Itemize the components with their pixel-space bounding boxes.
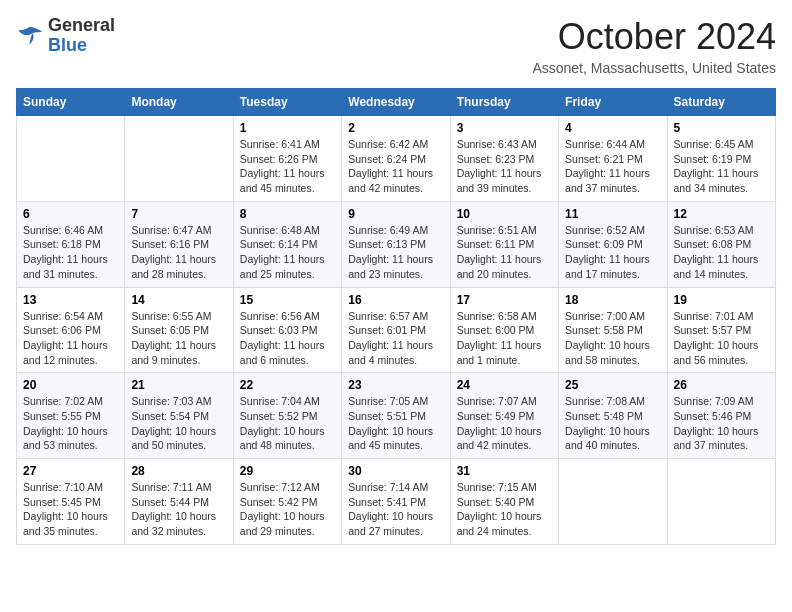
calendar-cell: 5Sunrise: 6:45 AM Sunset: 6:19 PM Daylig… [667,116,775,202]
day-number: 29 [240,464,335,478]
cell-info: Sunrise: 7:01 AM Sunset: 5:57 PM Dayligh… [674,309,769,368]
cell-info: Sunrise: 7:07 AM Sunset: 5:49 PM Dayligh… [457,394,552,453]
cell-info: Sunrise: 7:02 AM Sunset: 5:55 PM Dayligh… [23,394,118,453]
cell-info: Sunrise: 6:42 AM Sunset: 6:24 PM Dayligh… [348,137,443,196]
calendar-cell: 14Sunrise: 6:55 AM Sunset: 6:05 PM Dayli… [125,287,233,373]
calendar-cell: 6Sunrise: 6:46 AM Sunset: 6:18 PM Daylig… [17,201,125,287]
day-number: 16 [348,293,443,307]
calendar-cell [667,459,775,545]
col-header-friday: Friday [559,89,667,116]
cell-info: Sunrise: 7:00 AM Sunset: 5:58 PM Dayligh… [565,309,660,368]
calendar-cell: 19Sunrise: 7:01 AM Sunset: 5:57 PM Dayli… [667,287,775,373]
calendar-cell: 28Sunrise: 7:11 AM Sunset: 5:44 PM Dayli… [125,459,233,545]
calendar-cell: 15Sunrise: 6:56 AM Sunset: 6:03 PM Dayli… [233,287,341,373]
day-number: 31 [457,464,552,478]
calendar-cell: 7Sunrise: 6:47 AM Sunset: 6:16 PM Daylig… [125,201,233,287]
cell-info: Sunrise: 6:48 AM Sunset: 6:14 PM Dayligh… [240,223,335,282]
day-number: 4 [565,121,660,135]
cell-info: Sunrise: 6:46 AM Sunset: 6:18 PM Dayligh… [23,223,118,282]
calendar-cell: 20Sunrise: 7:02 AM Sunset: 5:55 PM Dayli… [17,373,125,459]
col-header-sunday: Sunday [17,89,125,116]
cell-info: Sunrise: 6:41 AM Sunset: 6:26 PM Dayligh… [240,137,335,196]
cell-info: Sunrise: 7:10 AM Sunset: 5:45 PM Dayligh… [23,480,118,539]
day-number: 27 [23,464,118,478]
calendar-cell: 18Sunrise: 7:00 AM Sunset: 5:58 PM Dayli… [559,287,667,373]
calendar-cell [559,459,667,545]
cell-info: Sunrise: 6:43 AM Sunset: 6:23 PM Dayligh… [457,137,552,196]
day-number: 20 [23,378,118,392]
day-number: 15 [240,293,335,307]
calendar-header-row: SundayMondayTuesdayWednesdayThursdayFrid… [17,89,776,116]
day-number: 13 [23,293,118,307]
cell-info: Sunrise: 7:12 AM Sunset: 5:42 PM Dayligh… [240,480,335,539]
calendar-cell: 22Sunrise: 7:04 AM Sunset: 5:52 PM Dayli… [233,373,341,459]
col-header-monday: Monday [125,89,233,116]
col-header-saturday: Saturday [667,89,775,116]
calendar-cell: 8Sunrise: 6:48 AM Sunset: 6:14 PM Daylig… [233,201,341,287]
calendar-cell: 21Sunrise: 7:03 AM Sunset: 5:54 PM Dayli… [125,373,233,459]
calendar-cell [125,116,233,202]
calendar-cell: 4Sunrise: 6:44 AM Sunset: 6:21 PM Daylig… [559,116,667,202]
col-header-wednesday: Wednesday [342,89,450,116]
calendar-cell: 24Sunrise: 7:07 AM Sunset: 5:49 PM Dayli… [450,373,558,459]
calendar-cell: 1Sunrise: 6:41 AM Sunset: 6:26 PM Daylig… [233,116,341,202]
day-number: 2 [348,121,443,135]
cell-info: Sunrise: 7:05 AM Sunset: 5:51 PM Dayligh… [348,394,443,453]
day-number: 22 [240,378,335,392]
calendar-cell: 3Sunrise: 6:43 AM Sunset: 6:23 PM Daylig… [450,116,558,202]
day-number: 1 [240,121,335,135]
day-number: 30 [348,464,443,478]
cell-info: Sunrise: 6:54 AM Sunset: 6:06 PM Dayligh… [23,309,118,368]
day-number: 17 [457,293,552,307]
day-number: 28 [131,464,226,478]
calendar-cell: 31Sunrise: 7:15 AM Sunset: 5:40 PM Dayli… [450,459,558,545]
cell-info: Sunrise: 6:56 AM Sunset: 6:03 PM Dayligh… [240,309,335,368]
logo-text: GeneralBlue [48,16,115,56]
calendar-cell: 10Sunrise: 6:51 AM Sunset: 6:11 PM Dayli… [450,201,558,287]
cell-info: Sunrise: 7:14 AM Sunset: 5:41 PM Dayligh… [348,480,443,539]
day-number: 23 [348,378,443,392]
calendar-cell: 25Sunrise: 7:08 AM Sunset: 5:48 PM Dayli… [559,373,667,459]
day-number: 26 [674,378,769,392]
cell-info: Sunrise: 6:55 AM Sunset: 6:05 PM Dayligh… [131,309,226,368]
calendar-cell [17,116,125,202]
cell-info: Sunrise: 6:49 AM Sunset: 6:13 PM Dayligh… [348,223,443,282]
day-number: 9 [348,207,443,221]
cell-info: Sunrise: 7:11 AM Sunset: 5:44 PM Dayligh… [131,480,226,539]
calendar-cell: 13Sunrise: 6:54 AM Sunset: 6:06 PM Dayli… [17,287,125,373]
cell-info: Sunrise: 7:15 AM Sunset: 5:40 PM Dayligh… [457,480,552,539]
day-number: 14 [131,293,226,307]
week-row-2: 6Sunrise: 6:46 AM Sunset: 6:18 PM Daylig… [17,201,776,287]
day-number: 7 [131,207,226,221]
cell-info: Sunrise: 7:04 AM Sunset: 5:52 PM Dayligh… [240,394,335,453]
calendar-cell: 2Sunrise: 6:42 AM Sunset: 6:24 PM Daylig… [342,116,450,202]
day-number: 5 [674,121,769,135]
week-row-5: 27Sunrise: 7:10 AM Sunset: 5:45 PM Dayli… [17,459,776,545]
cell-info: Sunrise: 7:03 AM Sunset: 5:54 PM Dayligh… [131,394,226,453]
day-number: 6 [23,207,118,221]
cell-info: Sunrise: 6:57 AM Sunset: 6:01 PM Dayligh… [348,309,443,368]
location: Assonet, Massachusetts, United States [532,60,776,76]
cell-info: Sunrise: 6:53 AM Sunset: 6:08 PM Dayligh… [674,223,769,282]
calendar-cell: 23Sunrise: 7:05 AM Sunset: 5:51 PM Dayli… [342,373,450,459]
logo-icon [16,22,44,50]
calendar-cell: 27Sunrise: 7:10 AM Sunset: 5:45 PM Dayli… [17,459,125,545]
col-header-thursday: Thursday [450,89,558,116]
day-number: 12 [674,207,769,221]
cell-info: Sunrise: 6:47 AM Sunset: 6:16 PM Dayligh… [131,223,226,282]
cell-info: Sunrise: 7:09 AM Sunset: 5:46 PM Dayligh… [674,394,769,453]
calendar-cell: 30Sunrise: 7:14 AM Sunset: 5:41 PM Dayli… [342,459,450,545]
cell-info: Sunrise: 6:52 AM Sunset: 6:09 PM Dayligh… [565,223,660,282]
day-number: 25 [565,378,660,392]
week-row-3: 13Sunrise: 6:54 AM Sunset: 6:06 PM Dayli… [17,287,776,373]
calendar-cell: 26Sunrise: 7:09 AM Sunset: 5:46 PM Dayli… [667,373,775,459]
col-header-tuesday: Tuesday [233,89,341,116]
calendar-cell: 17Sunrise: 6:58 AM Sunset: 6:00 PM Dayli… [450,287,558,373]
calendar-cell: 9Sunrise: 6:49 AM Sunset: 6:13 PM Daylig… [342,201,450,287]
calendar-table: SundayMondayTuesdayWednesdayThursdayFrid… [16,88,776,545]
month-title: October 2024 [532,16,776,58]
cell-info: Sunrise: 6:51 AM Sunset: 6:11 PM Dayligh… [457,223,552,282]
day-number: 18 [565,293,660,307]
day-number: 11 [565,207,660,221]
week-row-4: 20Sunrise: 7:02 AM Sunset: 5:55 PM Dayli… [17,373,776,459]
